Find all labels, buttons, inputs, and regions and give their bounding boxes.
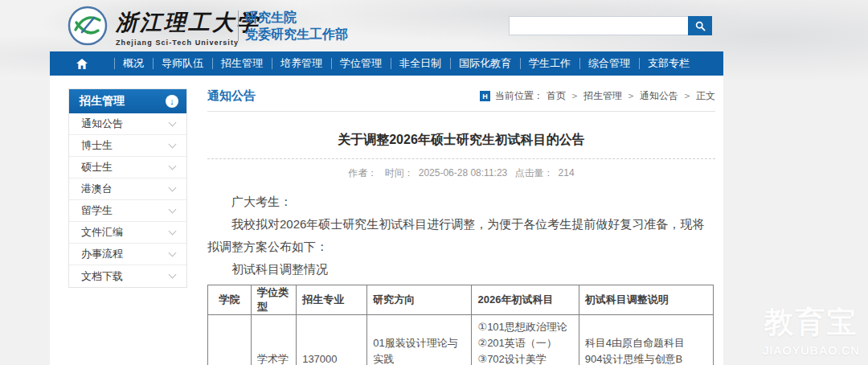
exam-subjects-table: 学院 学位类型 招生专业 研究方向 2026年初试科目 初试科目调整说明 服装学… xyxy=(207,285,714,365)
search-icon xyxy=(695,21,706,31)
university-name-en: Zhejiang Sci-Tech University xyxy=(116,39,260,47)
col-header-directions: 研究方向 xyxy=(367,285,472,315)
nav-item-cultivation[interactable]: 培养管理 xyxy=(272,51,331,76)
nav-item-parttime[interactable]: 非全日制 xyxy=(391,51,450,76)
sidebar-item-label: 文档下载 xyxy=(81,269,123,284)
author-label: 作者： xyxy=(348,167,377,178)
chevron-down-icon xyxy=(169,205,177,213)
nav-item-management[interactable]: 综合管理 xyxy=(579,51,639,76)
cell-major: 137000 设计学 xyxy=(297,315,367,365)
section-title: 通知公告 xyxy=(207,88,256,104)
chevron-down-icon xyxy=(169,118,177,126)
time-value: 2025-06-28 08:11:23 xyxy=(419,167,508,178)
sidebar-item-overseas[interactable]: 留学生 xyxy=(69,200,186,222)
sidebar-item-process[interactable]: 办事流程 xyxy=(69,244,186,265)
sidebar-item-label: 博士生 xyxy=(81,138,113,153)
sidebar-item-label: 办事流程 xyxy=(81,247,123,261)
sidebar-item-hkmt[interactable]: 港澳台 xyxy=(69,178,186,200)
sidebar-item-label: 港澳台 xyxy=(81,182,113,196)
watermark: 教育宝 JIAOYUBAO.CN xyxy=(754,302,868,357)
sidebar-item-label: 通知公告 xyxy=(81,117,123,131)
article-title: 关于调整2026年硕士研究生初试科目的公告 xyxy=(207,132,715,149)
circle-arrow-down-icon: ↓ xyxy=(166,95,178,108)
chevron-down-icon xyxy=(169,248,177,256)
chevron-down-icon xyxy=(169,271,177,279)
col-header-adjustment-note: 初试科目调整说明 xyxy=(579,285,713,315)
university-logo-icon xyxy=(68,6,108,46)
nav-item-student-work[interactable]: 学生工作 xyxy=(520,51,579,76)
breadcrumb-home-link[interactable]: 首页 xyxy=(547,89,566,103)
main-nav: 概况 导师队伍 招生管理 培养管理 学位管理 非全日制 国际化教育 学生工作 综… xyxy=(50,51,723,76)
watermark-cn: 教育宝 xyxy=(754,302,868,342)
nav-item-degree[interactable]: 学位管理 xyxy=(331,51,391,76)
main-content: 通知公告 H 当前位置： 首页 ＞ 招生管理 ＞ 通知公告 ＞ 正文 关于调整2… xyxy=(207,88,715,365)
breadcrumb-label: 当前位置： xyxy=(495,89,543,103)
sidebar-menu: 通知公告 博士生 硕士生 港澳台 留学生 文件汇编 办事流程 文档下载 xyxy=(69,113,186,287)
nav-item-overview[interactable]: 概况 xyxy=(114,51,153,76)
chevron-down-icon xyxy=(169,183,177,191)
sidebar-item-label: 硕士生 xyxy=(81,160,113,174)
paragraph-greeting: 广大考生： xyxy=(207,191,715,213)
nav-item-branch[interactable]: 支部专栏 xyxy=(639,51,698,76)
watermark-en: JIAOYUBAO.CN xyxy=(754,343,868,357)
cell-degree-type: 学术学位 xyxy=(252,315,297,365)
col-header-major: 招生专业 xyxy=(297,285,367,315)
department-line2: 党委研究生工作部 xyxy=(245,26,348,43)
home-icon xyxy=(76,59,88,69)
sidebar: 招生管理 ↓ 通知公告 博士生 硕士生 港澳台 留学生 文件汇编 办事流程 文档… xyxy=(68,88,187,288)
sidebar-item-documents[interactable]: 文件汇编 xyxy=(69,222,186,244)
page-body: 招生管理 ↓ 通知公告 博士生 硕士生 港澳台 留学生 文件汇编 办事流程 文档… xyxy=(50,76,723,365)
sidebar-item-doctoral[interactable]: 博士生 xyxy=(69,135,186,157)
sidebar-title: 招生管理 xyxy=(80,94,125,109)
table-header-row: 学院 学位类型 招生专业 研究方向 2026年初试科目 初试科目调整说明 xyxy=(208,285,714,315)
article-meta: 作者： 时间：2025-06-28 08:11:23 点击量：214 xyxy=(207,166,715,180)
chevron-down-icon xyxy=(169,227,177,235)
cell-college: 服装学院 xyxy=(208,315,252,365)
col-header-2026-subjects: 2026年初试科目 xyxy=(472,285,579,315)
search-box xyxy=(509,16,712,35)
university-name-cn: 浙江理工大学 xyxy=(116,8,260,37)
sidebar-item-downloads[interactable]: 文档下载 xyxy=(69,265,186,287)
breadcrumb-separator: ＞ xyxy=(626,89,636,103)
cell-adjustment-note: 科目4由原自命题科目 904设计思维与创意B 调整为903设计思维与创意 （3小… xyxy=(579,315,713,365)
breadcrumb-home-icon: H xyxy=(480,91,490,101)
sidebar-item-label: 文件汇编 xyxy=(81,225,123,240)
search-input[interactable] xyxy=(509,16,688,35)
sidebar-header[interactable]: 招生管理 ↓ xyxy=(69,89,186,113)
chevron-down-icon xyxy=(169,162,177,170)
university-name-block: 浙江理工大学 Zhejiang Sci-Tech University xyxy=(116,8,260,47)
chevron-down-icon xyxy=(169,140,177,148)
paragraph-intro: 我校拟对2026年硕士研究生初试科目进行调整，为便于各位考生提前做好复习准备，现… xyxy=(207,213,715,258)
breadcrumb-current: 正文 xyxy=(696,89,715,103)
cell-subjects: ①101思想政治理论 ②201英语（一） ③702设计美学 ④903设计思维与创… xyxy=(472,315,579,365)
sidebar-item-label: 留学生 xyxy=(81,203,113,218)
hits-value: 214 xyxy=(559,167,575,178)
breadcrumb-admissions-link[interactable]: 招生管理 xyxy=(583,89,622,103)
paragraph-table-caption: 初试科目调整情况 xyxy=(207,258,715,281)
sidebar-item-masters[interactable]: 硕士生 xyxy=(69,157,186,178)
breadcrumb-notices-link[interactable]: 通知公告 xyxy=(640,89,678,103)
title-divider xyxy=(207,158,715,159)
time-label: 时间： xyxy=(385,167,414,178)
nav-item-admissions[interactable]: 招生管理 xyxy=(212,51,272,76)
col-header-college: 学院 xyxy=(208,285,252,315)
search-button[interactable] xyxy=(688,16,712,35)
cell-directions: 01服装设计理论与 实践 02纺织品艺术设计 理论与实践 xyxy=(367,315,472,365)
table-row: 服装学院 学术学位 137000 设计学 01服装设计理论与 实践 02纺织品艺… xyxy=(208,315,714,365)
article-body: 广大考生： 我校拟对2026年硕士研究生初试科目进行调整，为便于各位考生提前做好… xyxy=(207,191,715,281)
header-divider xyxy=(238,10,239,41)
breadcrumb: H 当前位置： 首页 ＞ 招生管理 ＞ 通知公告 ＞ 正文 xyxy=(480,89,715,103)
nav-home[interactable] xyxy=(50,51,114,76)
col-header-degree-type: 学位类型 xyxy=(252,285,297,315)
nav-item-international[interactable]: 国际化教育 xyxy=(450,51,520,76)
department-line1: 研究生院 xyxy=(245,9,348,26)
note-normal-text: 科目4由原自命题科目 904设计思维与创意B 调整为 xyxy=(585,337,685,365)
sidebar-item-notices[interactable]: 通知公告 xyxy=(69,113,186,135)
site-header: 浙江理工大学 Zhejiang Sci-Tech University 研究生院… xyxy=(50,0,723,51)
hits-label: 点击量： xyxy=(515,167,554,178)
department-title: 研究生院 党委研究生工作部 xyxy=(245,9,348,43)
section-header: 通知公告 H 当前位置： 首页 ＞ 招生管理 ＞ 通知公告 ＞ 正文 xyxy=(207,88,715,112)
breadcrumb-separator: ＞ xyxy=(570,89,579,103)
nav-item-supervisors[interactable]: 导师队伍 xyxy=(153,51,212,76)
breadcrumb-separator: ＞ xyxy=(682,89,692,103)
